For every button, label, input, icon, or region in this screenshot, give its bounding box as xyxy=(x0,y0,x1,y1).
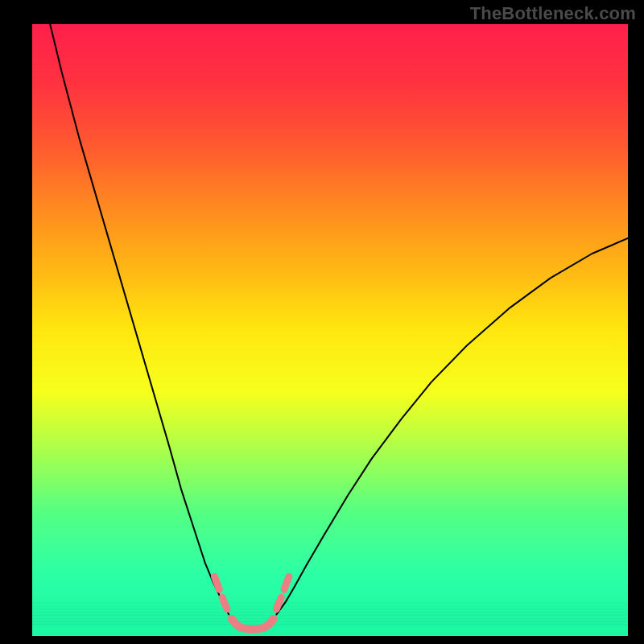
svg-rect-0 xyxy=(32,24,628,636)
svg-rect-6 xyxy=(32,617,628,619)
svg-rect-3 xyxy=(32,609,628,610)
svg-rect-8 xyxy=(32,624,628,625)
svg-rect-7 xyxy=(32,621,628,622)
accent-nub-1 xyxy=(222,597,227,609)
svg-rect-4 xyxy=(32,612,628,613)
svg-rect-1 xyxy=(32,602,628,604)
plot-area xyxy=(32,24,628,636)
bottleneck-curve-chart xyxy=(32,24,628,636)
accent-nub-0 xyxy=(214,576,219,589)
accent-nub-2 xyxy=(276,597,281,609)
svg-rect-5 xyxy=(32,614,628,616)
svg-rect-2 xyxy=(32,605,628,607)
watermark-text: TheBottleneck.com xyxy=(470,3,636,24)
accent-nub-3 xyxy=(284,576,289,589)
chart-frame: TheBottleneck.com xyxy=(0,0,644,644)
